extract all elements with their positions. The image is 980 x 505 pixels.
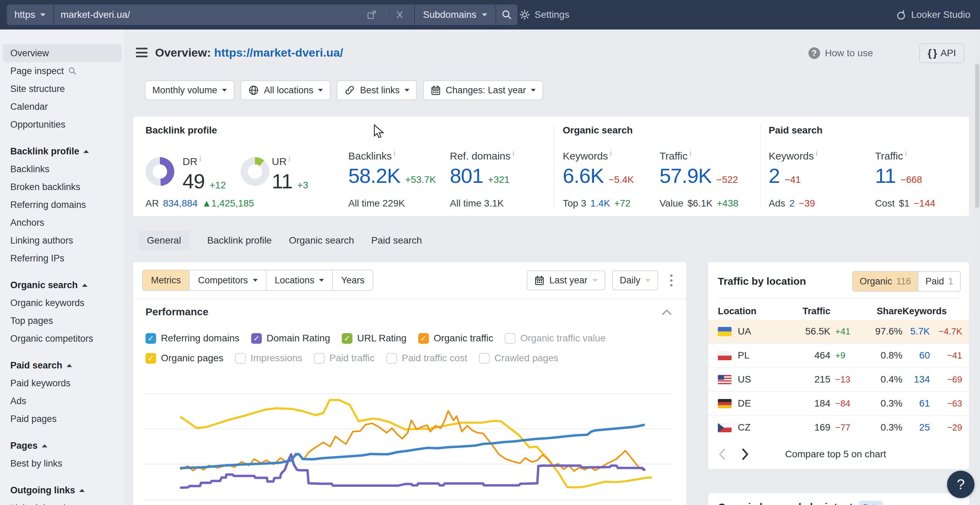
checkbox-crawled-pages[interactable]: Crawled pages [479,353,558,364]
keywords-value[interactable]: 60 [902,350,930,361]
mode-dropdown[interactable]: Subdomains [415,5,496,25]
info-icon[interactable] [289,155,290,163]
checkbox-organic-traffic-value[interactable]: Organic traffic value [505,333,606,344]
tab-general[interactable]: General [138,230,190,251]
sidebar-section-outgoing-links[interactable]: Outgoing links [3,481,122,499]
toggle-organic[interactable]: Organic 116 [853,272,918,291]
sidebar-item-linking-authors[interactable]: Linking authors [3,232,122,249]
sidebar-item-linked-domains[interactable]: Linked domains [3,499,122,505]
next-page-button[interactable] [740,448,749,461]
table-row-de[interactable]: DE 184 −84 0.3% 61 −63 [708,392,969,416]
protocol-dropdown[interactable]: https [7,5,53,25]
checkbox-domain-rating[interactable]: Domain Rating [251,333,330,344]
checkbox-organic-pages[interactable]: Organic pages [145,353,223,364]
toggle-paid[interactable]: Paid 1 [918,272,960,291]
keywords-value[interactable]: 61 [902,398,930,409]
paid-traffic-value[interactable]: 11 [875,164,896,187]
looker-studio-button[interactable]: Looker Studio [895,0,970,30]
info-icon[interactable] [394,149,395,157]
ref-domains-value[interactable]: 801 [450,164,483,187]
info-icon[interactable] [905,149,907,157]
sidebar-item-overview[interactable]: Overview [3,44,122,62]
column-traffic[interactable]: Traffic [793,306,830,317]
paid-keywords-value[interactable]: 2 [768,164,780,187]
volume-filter-dropdown[interactable]: Monthly volume [145,80,234,100]
ar-value[interactable]: 834,884 [163,198,198,209]
sidebar-item-referring-domains[interactable]: Referring domains [3,196,122,214]
segment-metrics[interactable]: Metrics [143,270,189,290]
sidebar-item-ads[interactable]: Ads [3,392,122,410]
prev-page-button[interactable] [718,448,727,461]
checkbox-paid-traffic-cost[interactable]: Paid traffic cost [387,353,467,364]
changes-filter-dropdown[interactable]: Changes: Last year [423,80,543,100]
segment-locations[interactable]: Locations [266,270,332,290]
clear-icon[interactable] [386,10,407,20]
column-location[interactable]: Location [718,306,793,317]
organic-traffic-value[interactable]: 57.9K [660,164,712,187]
segment-years[interactable]: Years [332,270,373,290]
sidebar-item-paid-keywords[interactable]: Paid keywords [3,374,122,392]
checkbox-referring-domains[interactable]: Referring domains [145,333,240,344]
checkbox-paid-traffic[interactable]: Paid traffic [314,353,375,364]
sidebar-item-best-by-links[interactable]: Best by links [3,454,122,472]
sidebar-item-backlinks[interactable]: Backlinks [3,160,122,178]
checkbox-url-rating[interactable]: URL Rating [342,333,407,344]
target-url-input[interactable]: market-dveri.ua/ [54,5,414,25]
sidebar-item-opportunities[interactable]: Opportunities [3,116,122,133]
table-row-cz[interactable]: CZ 169 −77 0.3% 25 −29 [708,416,969,439]
table-row-ua[interactable]: UA 56.5K +41 97.6% 5.7K −4.7K [708,320,969,344]
organic-keywords-value[interactable]: 6.6K [563,164,604,187]
table-row-pl[interactable]: PL 464 +9 0.8% 60 −41 [708,344,969,368]
tab-paid-search[interactable]: Paid search [371,230,422,251]
compare-top5-link[interactable]: Compare top 5 on chart [785,449,886,460]
open-external-icon[interactable] [366,9,377,20]
date-range-dropdown[interactable]: Last year [527,270,605,290]
performance-chart[interactable] [144,377,671,505]
tab-backlink-profile[interactable]: Backlink profile [207,230,272,251]
info-icon[interactable] [610,149,611,157]
backlinks-value[interactable]: 58.2K [348,164,401,187]
search-button[interactable] [496,5,517,25]
sidebar-item-referring-ips[interactable]: Referring IPs [3,249,122,267]
column-share[interactable]: Share [867,306,902,317]
checkbox-impressions[interactable]: Impressions [235,353,302,364]
table-row-us[interactable]: US 215 −13 0.4% 134 −69 [708,368,969,392]
sidebar-item-top-pages[interactable]: Top pages [3,312,122,330]
collapse-section-button[interactable] [661,308,673,318]
keywords-value[interactable]: 134 [902,374,930,385]
sidebar-item-organic-competitors[interactable]: Organic competitors [3,330,122,348]
info-icon[interactable] [513,149,514,157]
locations-filter-dropdown[interactable]: All locations [240,80,331,100]
column-keywords[interactable]: Keywords [902,306,940,317]
collapse-sidebar-button[interactable] [136,48,148,57]
sidebar-item-site-structure[interactable]: Site structure [3,80,122,98]
sidebar-item-calendar[interactable]: Calendar [3,98,122,116]
info-icon[interactable] [690,149,691,157]
scrollbar-track[interactable] [975,30,980,505]
more-options-button[interactable] [665,272,677,289]
how-to-use-button[interactable]: How to use [808,47,873,59]
top3-value[interactable]: 1.4K [590,198,611,209]
tab-organic-search[interactable]: Organic search [289,230,354,251]
info-icon[interactable] [199,155,201,163]
help-fab-button[interactable] [947,471,975,498]
sidebar-item-page-inspect[interactable]: Page inspect [3,62,122,80]
keywords-value[interactable]: 5.7K [902,326,930,337]
scrollbar-thumb[interactable] [975,64,979,208]
info-icon[interactable] [816,149,817,157]
sidebar-item-broken-backlinks[interactable]: Broken backlinks [3,178,122,196]
sidebar-section-paid-search[interactable]: Paid search [3,356,122,374]
settings-button[interactable]: Settings [519,0,569,30]
keywords-value[interactable]: 25 [902,422,930,433]
sidebar-item-anchors[interactable]: Anchors [3,214,122,232]
ads-value[interactable]: 2 [789,198,795,209]
api-button[interactable]: API [919,43,964,63]
granularity-dropdown[interactable]: Daily [612,270,658,290]
links-filter-dropdown[interactable]: Best links [337,80,417,100]
checkbox-organic-traffic[interactable]: Organic traffic [418,333,493,344]
sidebar-section-pages[interactable]: Pages [3,437,122,454]
segment-competitors[interactable]: Competitors [189,270,266,290]
sidebar-item-paid-pages[interactable]: Paid pages [3,410,122,428]
sidebar-item-organic-keywords[interactable]: Organic keywords [3,294,122,312]
sidebar-section-backlink-profile[interactable]: Backlink profile [3,142,122,160]
